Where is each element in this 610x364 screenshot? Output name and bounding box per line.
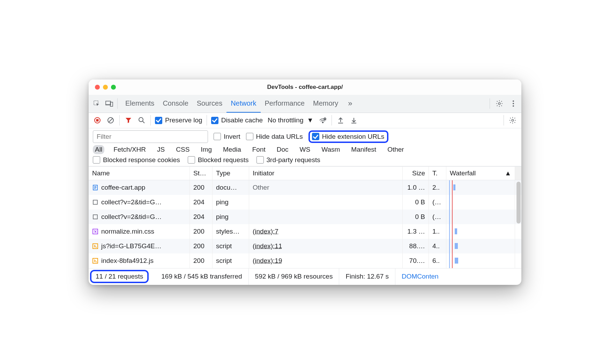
- tab-elements[interactable]: Elements: [121, 95, 158, 113]
- type-filter-wasm[interactable]: Wasm: [319, 145, 342, 154]
- table-row[interactable]: collect?v=2&tid=G…204ping0 B(…: [89, 195, 521, 210]
- status-finish: Finish: 12.67 s: [339, 268, 395, 285]
- table-row[interactable]: index-8bfa4912.js200script(index):1970.……: [89, 253, 521, 268]
- request-type: ping: [213, 210, 249, 224]
- type-filter-other[interactable]: Other: [385, 145, 406, 154]
- svg-rect-1: [106, 101, 111, 105]
- status-domcontent[interactable]: DOMConten: [395, 268, 445, 285]
- col-name[interactable]: Name: [89, 167, 190, 180]
- divider: [490, 98, 490, 109]
- request-name: collect?v=2&tid=G…: [101, 198, 162, 206]
- third-party-checkbox[interactable]: 3rd-party requests: [256, 156, 320, 164]
- upload-har-icon[interactable]: [336, 116, 345, 125]
- col-size[interactable]: Size: [403, 167, 429, 180]
- checkbox-icon: [246, 133, 253, 140]
- request-waterfall: [446, 224, 515, 239]
- type-filter-ws[interactable]: WS: [298, 145, 313, 154]
- col-time[interactable]: T.: [429, 167, 446, 180]
- col-type[interactable]: Type: [213, 167, 249, 180]
- type-filter-manifest[interactable]: Manifest: [349, 145, 378, 154]
- request-status: 200: [190, 224, 213, 239]
- type-filter-all[interactable]: All: [93, 145, 104, 154]
- request-time: (…: [429, 195, 446, 210]
- hide-data-urls-checkbox[interactable]: Hide data URLs: [246, 133, 303, 141]
- preserve-log-checkbox[interactable]: Preserve log: [155, 116, 202, 124]
- box-file-icon: [92, 214, 98, 220]
- js-file-icon: [92, 258, 98, 264]
- titlebar: DevTools - coffee-cart.app/: [89, 79, 521, 95]
- tab-sources[interactable]: Sources: [193, 95, 226, 113]
- tab-performance[interactable]: Performance: [261, 95, 309, 113]
- type-filter-img[interactable]: Img: [199, 145, 214, 154]
- request-time: (…: [429, 210, 446, 224]
- clear-button[interactable]: [106, 116, 115, 125]
- svg-point-13: [322, 122, 323, 123]
- more-tabs-button[interactable]: »: [346, 99, 354, 108]
- tab-console[interactable]: Console: [158, 95, 192, 113]
- request-initiator[interactable]: (index):7: [249, 224, 403, 239]
- inspect-icon[interactable]: [92, 99, 101, 108]
- request-size: 1.3 …: [403, 224, 429, 239]
- throttling-select[interactable]: No throttling ▼: [267, 116, 314, 125]
- vertical-scrollbar[interactable]: [516, 182, 521, 223]
- disable-cache-checkbox[interactable]: Disable cache: [211, 116, 263, 124]
- hide-extension-urls-checkbox[interactable]: Hide extension URLs: [312, 133, 384, 141]
- search-icon[interactable]: [137, 116, 146, 125]
- svg-line-12: [143, 121, 144, 123]
- svg-point-3: [498, 103, 500, 105]
- request-time: 2..: [429, 180, 446, 195]
- requests-table: Name St… Type Initiator Size T. Waterfal…: [89, 166, 521, 268]
- network-toolbar: Preserve log Disable cache No throttling…: [89, 113, 521, 128]
- table-row[interactable]: coffee-cart.app200docu…Other1.0 …2..: [89, 180, 521, 195]
- checkbox-icon: [214, 133, 221, 140]
- request-name: js?id=G-LB75G4E…: [101, 242, 162, 250]
- download-har-icon[interactable]: [349, 116, 358, 125]
- network-settings-icon[interactable]: [508, 116, 517, 125]
- checkbox-icon: [211, 117, 218, 124]
- request-initiator: Other: [249, 180, 403, 195]
- svg-point-5: [513, 103, 514, 104]
- settings-icon[interactable]: [495, 99, 504, 108]
- record-button[interactable]: [93, 116, 102, 125]
- blocked-requests-checkbox[interactable]: Blocked requests: [188, 156, 249, 164]
- blocked-cookies-checkbox[interactable]: Blocked response cookies: [93, 156, 180, 164]
- status-requests: 11 / 21 requests: [96, 273, 143, 280]
- col-initiator[interactable]: Initiator: [249, 167, 403, 180]
- tab-memory[interactable]: Memory: [309, 95, 342, 113]
- table-row[interactable]: js?id=G-LB75G4E…200script(index):1188.…4…: [89, 239, 521, 253]
- network-conditions-icon[interactable]: [318, 116, 327, 125]
- minimize-window-button[interactable]: [103, 85, 108, 90]
- type-filter-js[interactable]: JS: [155, 145, 167, 154]
- type-filter-font[interactable]: Font: [250, 145, 268, 154]
- table-row[interactable]: normalize.min.css200styles…(index):71.3 …: [89, 224, 521, 239]
- filter-icon[interactable]: [124, 116, 133, 125]
- maximize-window-button[interactable]: [111, 85, 116, 90]
- filter-input[interactable]: [93, 130, 208, 143]
- request-size: 88.…: [403, 239, 429, 253]
- tab-network[interactable]: Network: [226, 95, 260, 113]
- type-filter-doc[interactable]: Doc: [275, 145, 291, 154]
- table-row[interactable]: collect?v=2&tid=G…204ping0 B(…: [89, 210, 521, 224]
- request-status: 200: [190, 180, 213, 195]
- kebab-menu-icon[interactable]: [509, 99, 518, 108]
- type-filter-media[interactable]: Media: [221, 145, 243, 154]
- col-status[interactable]: St…: [190, 167, 213, 180]
- row-gutter: [515, 239, 521, 253]
- request-initiator[interactable]: (index):11: [249, 239, 403, 253]
- checkbox-icon: [312, 133, 319, 140]
- request-waterfall: [446, 253, 515, 268]
- close-window-button[interactable]: [95, 85, 100, 90]
- request-status: 200: [190, 253, 213, 268]
- invert-checkbox[interactable]: Invert: [214, 133, 240, 141]
- svg-point-15: [512, 119, 514, 121]
- type-filter-fetchxhr[interactable]: Fetch/XHR: [111, 145, 148, 154]
- window-title: DevTools - coffee-cart.app/: [89, 84, 521, 91]
- request-initiator[interactable]: (index):19: [249, 253, 403, 268]
- device-toolbar-icon[interactable]: [105, 99, 114, 108]
- type-filter-css[interactable]: CSS: [174, 145, 192, 154]
- highlight-hide-extension: Hide extension URLs: [308, 130, 388, 143]
- col-waterfall[interactable]: Waterfall ▲: [446, 167, 515, 180]
- request-size: 0 B: [403, 210, 429, 224]
- request-waterfall: [446, 180, 515, 195]
- throttling-label: No throttling: [268, 116, 303, 124]
